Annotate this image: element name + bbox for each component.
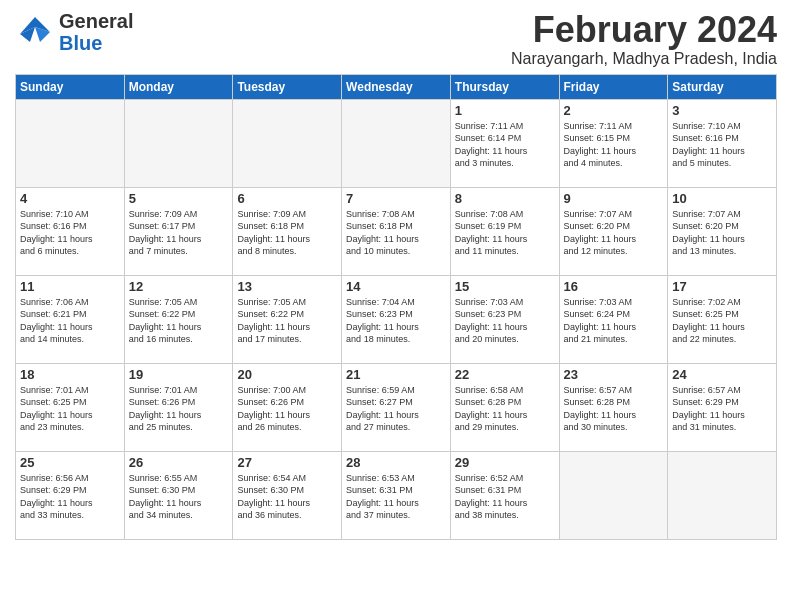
day-number: 24 [672, 367, 772, 382]
day-number: 9 [564, 191, 664, 206]
col-wednesday: Wednesday [342, 74, 451, 99]
day-info: Sunrise: 7:05 AM Sunset: 6:22 PM Dayligh… [237, 296, 337, 346]
day-info: Sunrise: 7:01 AM Sunset: 6:26 PM Dayligh… [129, 384, 229, 434]
header: General Blue February 2024 Narayangarh, … [15, 10, 777, 68]
day-number: 7 [346, 191, 446, 206]
calendar-cell [559, 451, 668, 539]
calendar-cell [16, 99, 125, 187]
day-number: 26 [129, 455, 229, 470]
calendar-week-row: 25Sunrise: 6:56 AM Sunset: 6:29 PM Dayli… [16, 451, 777, 539]
calendar-cell: 6Sunrise: 7:09 AM Sunset: 6:18 PM Daylig… [233, 187, 342, 275]
day-number: 21 [346, 367, 446, 382]
day-info: Sunrise: 7:09 AM Sunset: 6:17 PM Dayligh… [129, 208, 229, 258]
day-number: 6 [237, 191, 337, 206]
day-info: Sunrise: 6:57 AM Sunset: 6:28 PM Dayligh… [564, 384, 664, 434]
calendar-cell: 1Sunrise: 7:11 AM Sunset: 6:14 PM Daylig… [450, 99, 559, 187]
day-number: 10 [672, 191, 772, 206]
day-number: 25 [20, 455, 120, 470]
day-info: Sunrise: 7:08 AM Sunset: 6:18 PM Dayligh… [346, 208, 446, 258]
col-monday: Monday [124, 74, 233, 99]
col-sunday: Sunday [16, 74, 125, 99]
day-number: 1 [455, 103, 555, 118]
day-info: Sunrise: 6:58 AM Sunset: 6:28 PM Dayligh… [455, 384, 555, 434]
day-info: Sunrise: 6:59 AM Sunset: 6:27 PM Dayligh… [346, 384, 446, 434]
day-number: 8 [455, 191, 555, 206]
day-number: 4 [20, 191, 120, 206]
day-info: Sunrise: 7:01 AM Sunset: 6:25 PM Dayligh… [20, 384, 120, 434]
day-number: 29 [455, 455, 555, 470]
calendar-week-row: 18Sunrise: 7:01 AM Sunset: 6:25 PM Dayli… [16, 363, 777, 451]
calendar-week-row: 4Sunrise: 7:10 AM Sunset: 6:16 PM Daylig… [16, 187, 777, 275]
location: Narayangarh, Madhya Pradesh, India [511, 50, 777, 68]
calendar-cell: 5Sunrise: 7:09 AM Sunset: 6:17 PM Daylig… [124, 187, 233, 275]
day-number: 19 [129, 367, 229, 382]
day-info: Sunrise: 6:56 AM Sunset: 6:29 PM Dayligh… [20, 472, 120, 522]
calendar-cell: 9Sunrise: 7:07 AM Sunset: 6:20 PM Daylig… [559, 187, 668, 275]
day-number: 13 [237, 279, 337, 294]
day-info: Sunrise: 7:08 AM Sunset: 6:19 PM Dayligh… [455, 208, 555, 258]
day-info: Sunrise: 7:04 AM Sunset: 6:23 PM Dayligh… [346, 296, 446, 346]
calendar-cell: 15Sunrise: 7:03 AM Sunset: 6:23 PM Dayli… [450, 275, 559, 363]
calendar-cell: 27Sunrise: 6:54 AM Sunset: 6:30 PM Dayli… [233, 451, 342, 539]
calendar-cell: 19Sunrise: 7:01 AM Sunset: 6:26 PM Dayli… [124, 363, 233, 451]
calendar-cell: 22Sunrise: 6:58 AM Sunset: 6:28 PM Dayli… [450, 363, 559, 451]
day-info: Sunrise: 7:03 AM Sunset: 6:24 PM Dayligh… [564, 296, 664, 346]
day-number: 15 [455, 279, 555, 294]
day-info: Sunrise: 7:07 AM Sunset: 6:20 PM Dayligh… [672, 208, 772, 258]
day-number: 20 [237, 367, 337, 382]
calendar-week-row: 1Sunrise: 7:11 AM Sunset: 6:14 PM Daylig… [16, 99, 777, 187]
day-info: Sunrise: 7:11 AM Sunset: 6:14 PM Dayligh… [455, 120, 555, 170]
day-info: Sunrise: 6:57 AM Sunset: 6:29 PM Dayligh… [672, 384, 772, 434]
calendar-cell: 25Sunrise: 6:56 AM Sunset: 6:29 PM Dayli… [16, 451, 125, 539]
day-number: 28 [346, 455, 446, 470]
calendar-cell: 18Sunrise: 7:01 AM Sunset: 6:25 PM Dayli… [16, 363, 125, 451]
day-info: Sunrise: 7:02 AM Sunset: 6:25 PM Dayligh… [672, 296, 772, 346]
day-number: 11 [20, 279, 120, 294]
calendar-cell [124, 99, 233, 187]
logo-general: General [59, 10, 133, 32]
calendar-cell: 2Sunrise: 7:11 AM Sunset: 6:15 PM Daylig… [559, 99, 668, 187]
calendar-header-row: Sunday Monday Tuesday Wednesday Thursday… [16, 74, 777, 99]
calendar-cell: 7Sunrise: 7:08 AM Sunset: 6:18 PM Daylig… [342, 187, 451, 275]
day-number: 18 [20, 367, 120, 382]
calendar-cell: 10Sunrise: 7:07 AM Sunset: 6:20 PM Dayli… [668, 187, 777, 275]
day-number: 5 [129, 191, 229, 206]
day-number: 14 [346, 279, 446, 294]
day-number: 27 [237, 455, 337, 470]
calendar-cell: 13Sunrise: 7:05 AM Sunset: 6:22 PM Dayli… [233, 275, 342, 363]
calendar-cell: 17Sunrise: 7:02 AM Sunset: 6:25 PM Dayli… [668, 275, 777, 363]
day-info: Sunrise: 7:00 AM Sunset: 6:26 PM Dayligh… [237, 384, 337, 434]
calendar-cell: 29Sunrise: 6:52 AM Sunset: 6:31 PM Dayli… [450, 451, 559, 539]
day-info: Sunrise: 7:10 AM Sunset: 6:16 PM Dayligh… [672, 120, 772, 170]
logo-icon [15, 12, 55, 52]
day-number: 22 [455, 367, 555, 382]
calendar-cell: 11Sunrise: 7:06 AM Sunset: 6:21 PM Dayli… [16, 275, 125, 363]
day-info: Sunrise: 7:11 AM Sunset: 6:15 PM Dayligh… [564, 120, 664, 170]
col-tuesday: Tuesday [233, 74, 342, 99]
day-info: Sunrise: 7:10 AM Sunset: 6:16 PM Dayligh… [20, 208, 120, 258]
calendar-cell: 21Sunrise: 6:59 AM Sunset: 6:27 PM Dayli… [342, 363, 451, 451]
logo: General Blue [15, 10, 133, 54]
logo-text-area: General Blue [59, 10, 133, 54]
day-number: 3 [672, 103, 772, 118]
day-info: Sunrise: 6:54 AM Sunset: 6:30 PM Dayligh… [237, 472, 337, 522]
logo-blue: Blue [59, 32, 102, 54]
logo-name: General [59, 10, 133, 32]
calendar-cell: 14Sunrise: 7:04 AM Sunset: 6:23 PM Dayli… [342, 275, 451, 363]
col-thursday: Thursday [450, 74, 559, 99]
day-number: 2 [564, 103, 664, 118]
calendar-cell: 23Sunrise: 6:57 AM Sunset: 6:28 PM Dayli… [559, 363, 668, 451]
calendar-cell: 12Sunrise: 7:05 AM Sunset: 6:22 PM Dayli… [124, 275, 233, 363]
day-number: 17 [672, 279, 772, 294]
calendar-cell: 4Sunrise: 7:10 AM Sunset: 6:16 PM Daylig… [16, 187, 125, 275]
calendar-cell: 8Sunrise: 7:08 AM Sunset: 6:19 PM Daylig… [450, 187, 559, 275]
day-info: Sunrise: 6:55 AM Sunset: 6:30 PM Dayligh… [129, 472, 229, 522]
col-friday: Friday [559, 74, 668, 99]
day-info: Sunrise: 7:06 AM Sunset: 6:21 PM Dayligh… [20, 296, 120, 346]
calendar-cell [668, 451, 777, 539]
day-number: 23 [564, 367, 664, 382]
day-info: Sunrise: 7:09 AM Sunset: 6:18 PM Dayligh… [237, 208, 337, 258]
day-number: 16 [564, 279, 664, 294]
day-info: Sunrise: 6:53 AM Sunset: 6:31 PM Dayligh… [346, 472, 446, 522]
calendar-cell: 26Sunrise: 6:55 AM Sunset: 6:30 PM Dayli… [124, 451, 233, 539]
